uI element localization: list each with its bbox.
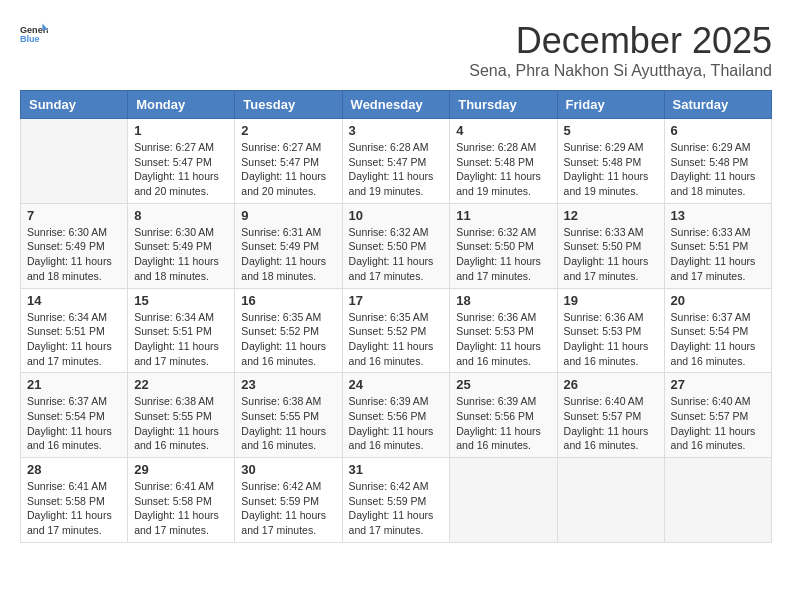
day-info: Sunrise: 6:30 AM Sunset: 5:49 PM Dayligh… [27, 225, 121, 284]
weekday-header-wednesday: Wednesday [342, 91, 450, 119]
day-info: Sunrise: 6:32 AM Sunset: 5:50 PM Dayligh… [349, 225, 444, 284]
calendar-cell: 3Sunrise: 6:28 AM Sunset: 5:47 PM Daylig… [342, 119, 450, 204]
day-info: Sunrise: 6:27 AM Sunset: 5:47 PM Dayligh… [134, 140, 228, 199]
logo: General Blue [20, 20, 48, 48]
day-number: 3 [349, 123, 444, 138]
day-number: 5 [564, 123, 658, 138]
day-info: Sunrise: 6:32 AM Sunset: 5:50 PM Dayligh… [456, 225, 550, 284]
calendar-cell: 18Sunrise: 6:36 AM Sunset: 5:53 PM Dayli… [450, 288, 557, 373]
calendar-cell: 14Sunrise: 6:34 AM Sunset: 5:51 PM Dayli… [21, 288, 128, 373]
day-info: Sunrise: 6:41 AM Sunset: 5:58 PM Dayligh… [134, 479, 228, 538]
day-info: Sunrise: 6:33 AM Sunset: 5:51 PM Dayligh… [671, 225, 765, 284]
calendar-cell: 26Sunrise: 6:40 AM Sunset: 5:57 PM Dayli… [557, 373, 664, 458]
day-info: Sunrise: 6:35 AM Sunset: 5:52 PM Dayligh… [241, 310, 335, 369]
calendar-cell [21, 119, 128, 204]
day-number: 18 [456, 293, 550, 308]
title-area: December 2025 Sena, Phra Nakhon Si Ayutt… [469, 20, 772, 80]
calendar-cell: 10Sunrise: 6:32 AM Sunset: 5:50 PM Dayli… [342, 203, 450, 288]
calendar-cell: 13Sunrise: 6:33 AM Sunset: 5:51 PM Dayli… [664, 203, 771, 288]
day-info: Sunrise: 6:36 AM Sunset: 5:53 PM Dayligh… [456, 310, 550, 369]
day-number: 31 [349, 462, 444, 477]
day-number: 9 [241, 208, 335, 223]
day-number: 10 [349, 208, 444, 223]
day-info: Sunrise: 6:33 AM Sunset: 5:50 PM Dayligh… [564, 225, 658, 284]
calendar-cell: 23Sunrise: 6:38 AM Sunset: 5:55 PM Dayli… [235, 373, 342, 458]
weekday-header-saturday: Saturday [664, 91, 771, 119]
calendar-cell: 16Sunrise: 6:35 AM Sunset: 5:52 PM Dayli… [235, 288, 342, 373]
day-number: 8 [134, 208, 228, 223]
day-info: Sunrise: 6:36 AM Sunset: 5:53 PM Dayligh… [564, 310, 658, 369]
day-info: Sunrise: 6:41 AM Sunset: 5:58 PM Dayligh… [27, 479, 121, 538]
day-info: Sunrise: 6:37 AM Sunset: 5:54 PM Dayligh… [671, 310, 765, 369]
calendar-cell [664, 458, 771, 543]
calendar-cell: 11Sunrise: 6:32 AM Sunset: 5:50 PM Dayli… [450, 203, 557, 288]
weekday-header-thursday: Thursday [450, 91, 557, 119]
calendar-cell: 25Sunrise: 6:39 AM Sunset: 5:56 PM Dayli… [450, 373, 557, 458]
weekday-header-monday: Monday [128, 91, 235, 119]
calendar-cell: 24Sunrise: 6:39 AM Sunset: 5:56 PM Dayli… [342, 373, 450, 458]
day-number: 27 [671, 377, 765, 392]
day-number: 21 [27, 377, 121, 392]
day-number: 29 [134, 462, 228, 477]
calendar-cell: 7Sunrise: 6:30 AM Sunset: 5:49 PM Daylig… [21, 203, 128, 288]
day-info: Sunrise: 6:29 AM Sunset: 5:48 PM Dayligh… [671, 140, 765, 199]
weekday-header-tuesday: Tuesday [235, 91, 342, 119]
location-subtitle: Sena, Phra Nakhon Si Ayutthaya, Thailand [469, 62, 772, 80]
day-info: Sunrise: 6:42 AM Sunset: 5:59 PM Dayligh… [241, 479, 335, 538]
calendar-cell: 31Sunrise: 6:42 AM Sunset: 5:59 PM Dayli… [342, 458, 450, 543]
day-info: Sunrise: 6:38 AM Sunset: 5:55 PM Dayligh… [241, 394, 335, 453]
day-number: 24 [349, 377, 444, 392]
calendar-week-row: 21Sunrise: 6:37 AM Sunset: 5:54 PM Dayli… [21, 373, 772, 458]
day-number: 20 [671, 293, 765, 308]
day-number: 11 [456, 208, 550, 223]
calendar-cell [557, 458, 664, 543]
calendar-cell: 28Sunrise: 6:41 AM Sunset: 5:58 PM Dayli… [21, 458, 128, 543]
calendar-header-row: SundayMondayTuesdayWednesdayThursdayFrid… [21, 91, 772, 119]
day-info: Sunrise: 6:39 AM Sunset: 5:56 PM Dayligh… [456, 394, 550, 453]
day-number: 19 [564, 293, 658, 308]
calendar-cell: 19Sunrise: 6:36 AM Sunset: 5:53 PM Dayli… [557, 288, 664, 373]
calendar-week-row: 14Sunrise: 6:34 AM Sunset: 5:51 PM Dayli… [21, 288, 772, 373]
day-info: Sunrise: 6:40 AM Sunset: 5:57 PM Dayligh… [564, 394, 658, 453]
day-info: Sunrise: 6:35 AM Sunset: 5:52 PM Dayligh… [349, 310, 444, 369]
day-number: 23 [241, 377, 335, 392]
day-info: Sunrise: 6:38 AM Sunset: 5:55 PM Dayligh… [134, 394, 228, 453]
day-info: Sunrise: 6:34 AM Sunset: 5:51 PM Dayligh… [27, 310, 121, 369]
day-info: Sunrise: 6:31 AM Sunset: 5:49 PM Dayligh… [241, 225, 335, 284]
day-info: Sunrise: 6:30 AM Sunset: 5:49 PM Dayligh… [134, 225, 228, 284]
day-info: Sunrise: 6:29 AM Sunset: 5:48 PM Dayligh… [564, 140, 658, 199]
calendar-cell: 20Sunrise: 6:37 AM Sunset: 5:54 PM Dayli… [664, 288, 771, 373]
weekday-header-sunday: Sunday [21, 91, 128, 119]
day-number: 13 [671, 208, 765, 223]
day-number: 30 [241, 462, 335, 477]
day-number: 16 [241, 293, 335, 308]
day-number: 17 [349, 293, 444, 308]
day-info: Sunrise: 6:39 AM Sunset: 5:56 PM Dayligh… [349, 394, 444, 453]
day-number: 15 [134, 293, 228, 308]
day-number: 1 [134, 123, 228, 138]
calendar-cell: 6Sunrise: 6:29 AM Sunset: 5:48 PM Daylig… [664, 119, 771, 204]
day-number: 4 [456, 123, 550, 138]
day-number: 26 [564, 377, 658, 392]
month-title: December 2025 [469, 20, 772, 62]
calendar-cell: 30Sunrise: 6:42 AM Sunset: 5:59 PM Dayli… [235, 458, 342, 543]
header: General Blue December 2025 Sena, Phra Na… [20, 20, 772, 80]
calendar-cell: 12Sunrise: 6:33 AM Sunset: 5:50 PM Dayli… [557, 203, 664, 288]
calendar-cell: 4Sunrise: 6:28 AM Sunset: 5:48 PM Daylig… [450, 119, 557, 204]
calendar-week-row: 1Sunrise: 6:27 AM Sunset: 5:47 PM Daylig… [21, 119, 772, 204]
day-number: 22 [134, 377, 228, 392]
calendar-cell: 22Sunrise: 6:38 AM Sunset: 5:55 PM Dayli… [128, 373, 235, 458]
day-number: 14 [27, 293, 121, 308]
calendar-cell: 15Sunrise: 6:34 AM Sunset: 5:51 PM Dayli… [128, 288, 235, 373]
logo-icon: General Blue [20, 20, 48, 48]
day-number: 12 [564, 208, 658, 223]
weekday-header-friday: Friday [557, 91, 664, 119]
calendar-cell: 1Sunrise: 6:27 AM Sunset: 5:47 PM Daylig… [128, 119, 235, 204]
calendar-cell: 2Sunrise: 6:27 AM Sunset: 5:47 PM Daylig… [235, 119, 342, 204]
day-info: Sunrise: 6:34 AM Sunset: 5:51 PM Dayligh… [134, 310, 228, 369]
day-number: 25 [456, 377, 550, 392]
calendar-week-row: 7Sunrise: 6:30 AM Sunset: 5:49 PM Daylig… [21, 203, 772, 288]
day-number: 6 [671, 123, 765, 138]
day-number: 2 [241, 123, 335, 138]
day-info: Sunrise: 6:37 AM Sunset: 5:54 PM Dayligh… [27, 394, 121, 453]
